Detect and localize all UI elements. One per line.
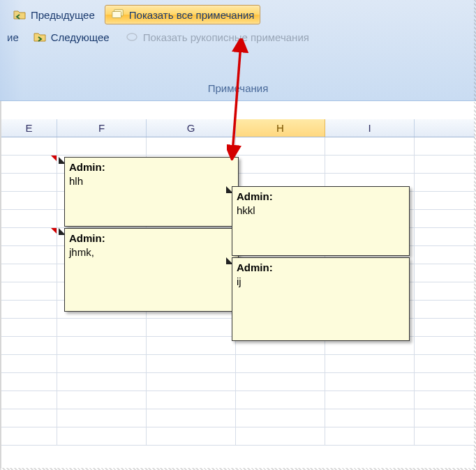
comment-text: jhmk, [69,246,94,258]
folder-next-icon [33,30,47,44]
column-headers: E F G H I [1,119,475,137]
next-comment-button[interactable]: Следующее [27,28,115,46]
comment-author: Admin: [69,160,234,174]
worksheet[interactable]: E F G H I Admin: hlh Admin: jhmk, [0,101,475,469]
comment-author: Admin: [237,261,405,275]
comment-author: Admin: [69,232,234,245]
comment-text: ij [237,275,241,287]
col-header[interactable]: E [1,119,57,137]
show-ink-button: Показать рукописные примечания [119,28,315,46]
comments-stack-icon [111,8,125,22]
col-header[interactable]: F [57,119,147,137]
prev-comment-button[interactable]: Предыдущее [7,6,101,24]
comment-marker[interactable] [51,228,57,234]
svg-rect-1 [112,11,121,17]
col-header-selected[interactable]: H [236,119,325,137]
col-header[interactable]: G [147,119,236,137]
comment-box[interactable]: Admin: hkkl [232,186,410,256]
next-label: Следующее [51,31,110,43]
tab-fragment: ие [7,31,19,43]
show-all-comments-button[interactable]: Показать все примечания [105,5,261,24]
comment-text: hlh [69,175,83,187]
ribbon: Предыдущее Показать все примечания ие Сл… [0,0,476,101]
comment-text: hkkl [237,204,255,216]
svg-point-2 [127,33,137,40]
comment-marker[interactable] [51,156,57,161]
prev-label: Предыдущее [31,9,95,21]
ink-label: Показать рукописные примечания [143,31,309,43]
comment-author: Admin: [237,190,405,204]
folder-prev-icon [13,8,27,22]
ink-icon [125,30,139,44]
comment-box[interactable]: Admin: hlh [64,157,239,227]
comment-box[interactable]: Admin: jhmk, [64,228,239,312]
comment-box[interactable]: Admin: ij [232,257,410,341]
ribbon-group-label: Примечания [0,81,476,96]
col-header[interactable]: I [325,119,415,137]
grid[interactable]: Admin: hlh Admin: jhmk, Admin: hkkl Admi… [1,137,475,446]
show-all-label: Показать все примечания [129,9,255,21]
